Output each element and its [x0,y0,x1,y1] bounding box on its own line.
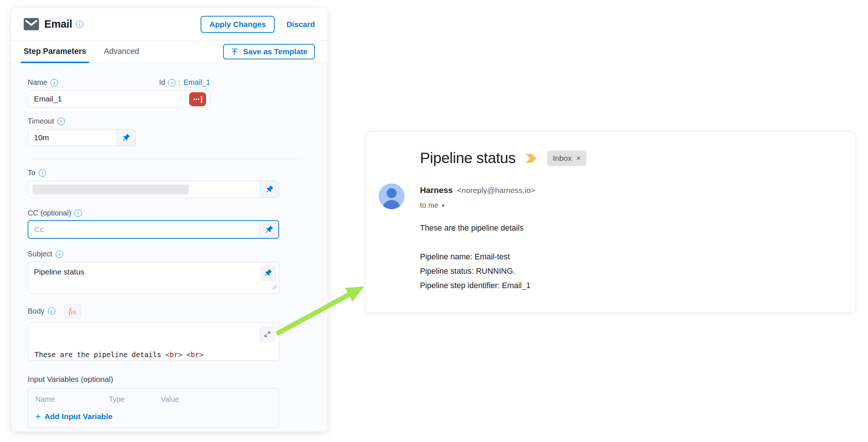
email-subject: Pipeline status [420,149,515,167]
body-code-line: These are the pipeline details <br> <br> [35,349,272,360]
redacted-recipient [32,184,189,194]
id-value-link[interactable]: Email_1 [184,78,210,87]
tab-step-parameters[interactable]: Step Parameters [24,41,86,62]
pin-icon [122,133,131,142]
email-body-line: Pipeline step identifier: Email_1 [420,279,531,293]
recipient-dropdown[interactable]: to me ▾ [420,201,445,210]
cc-info-icon[interactable]: i [74,210,82,217]
email-body-line: These are the pipeline details [420,221,531,235]
subject-info-icon[interactable]: i [56,251,63,258]
name-label-group: Name i [28,78,58,87]
upload-icon [230,48,239,56]
email-body-line [420,235,531,250]
name-info-icon[interactable]: i [51,79,58,86]
expand-editor-button[interactable] [260,327,275,342]
body-editor[interactable]: These are the pipeline details <br> <br>… [28,322,279,361]
column-header-value: Value [161,395,179,404]
inbox-label-chip: Inbox × [547,151,586,166]
subject-input[interactable]: Pipeline status [28,262,279,294]
email-body-line: Pipeline name: Email-test [420,250,531,264]
chevron-down-icon: ▾ [442,202,445,209]
apply-changes-button[interactable]: Apply Changes [201,16,275,33]
column-header-name: Name [35,395,109,404]
id-label: Id [159,78,165,87]
input-variables-headers: Name Type Value [35,395,271,404]
recipient-label: to me [420,201,438,210]
email-subject-row: Pipeline status Inbox × [420,149,586,167]
step-title: Email [44,18,72,30]
pin-icon [264,269,272,277]
timeout-info-icon[interactable]: i [58,118,65,125]
to-label-group: To i [28,169,311,177]
type-badge-cursor [201,96,202,103]
step-info-icon[interactable]: i [76,21,83,28]
to-info-icon[interactable]: i [39,169,46,177]
name-label: Name [28,78,47,87]
save-as-template-label: Save as Template [243,47,308,56]
add-input-variable-label: Add Input Variable [45,412,112,421]
save-as-template-button[interactable]: Save as Template [223,44,315,59]
body-info-icon[interactable]: i [48,307,55,315]
close-icon[interactable]: × [576,154,581,162]
sender-address: <noreply@harness.io> [457,186,535,195]
sender-row: Harness <noreply@harness.io> [420,186,535,195]
email-preview-card: Pipeline status Inbox × Harness <noreply… [365,131,855,313]
subject-value: Pipeline status [34,267,84,276]
id-info-icon[interactable]: i [168,79,176,86]
cc-pin-button[interactable] [259,221,278,238]
cc-label-group: CC (optional) i [28,209,311,217]
email-body: These are the pipeline details Pipeline … [420,221,531,293]
timeout-label: Timeout [28,117,54,125]
tabs-row: Step Parameters Advanced Save as Templat… [11,41,327,63]
cc-label: CC (optional) [28,209,71,217]
id-separator: : [178,78,181,87]
name-id-row: Name i Id i : Email_1 [28,78,210,87]
subject-label: Subject [28,250,52,258]
to-label: To [28,169,35,177]
timeout-label-group: Timeout i [28,117,311,125]
subject-pin-button[interactable] [260,265,276,281]
subject-label-group: Subject i [28,250,311,258]
cc-input-group [28,220,279,239]
importance-marker-icon[interactable] [525,153,538,163]
pin-icon [265,225,274,234]
discard-button[interactable]: Discard [287,20,315,29]
timeout-input-group [28,129,136,146]
expression-fx-button[interactable]: f (x) [64,304,81,318]
email-step-panel: Email i Apply Changes Discard Step Param… [11,8,327,432]
column-header-type: Type [109,395,161,404]
email-icon [24,18,39,30]
timeout-input[interactable] [28,130,116,146]
input-variables-label: Input Variables (optional) [28,375,311,384]
body-label-row: Body i f (x) [28,304,311,318]
to-input-group [28,181,279,198]
tab-advanced[interactable]: Advanced [104,41,139,62]
sender-avatar [379,183,405,209]
panel-header: Email i Apply Changes Discard [11,8,327,41]
body-label-group: Body i [28,307,55,315]
name-input-value: Email_1 [34,94,62,103]
plus-icon: + [35,412,41,421]
name-input[interactable]: Email_1 ••• [28,90,210,107]
email-body-line: Pipeline status: RUNNING. [420,264,531,279]
avatar-head [387,188,397,198]
inbox-chip-text: Inbox [553,154,572,163]
to-input[interactable] [28,181,260,197]
fx-sub-icon: (x) [71,310,76,315]
section-divider [28,159,302,159]
step-parameters-form: Name i Id i : Email_1 Email_1 ••• [11,63,327,432]
id-group: Id i : Email_1 [159,78,210,87]
fixed-value-type-icon[interactable]: ••• [189,92,206,106]
cc-input[interactable] [28,221,259,238]
screen: Email i Apply Changes Discard Step Param… [0,0,868,442]
avatar-torso [383,200,400,209]
body-label: Body [28,307,45,315]
input-variables-table: Name Type Value + Add Input Variable [28,388,279,428]
to-pin-button[interactable] [260,181,279,197]
type-badge-dots: ••• [193,97,200,102]
timeout-pin-button[interactable] [116,130,135,146]
add-input-variable-button[interactable]: + Add Input Variable [35,412,271,421]
sender-name: Harness [420,186,453,195]
pin-icon [265,185,274,194]
resize-handle-icon[interactable] [272,283,277,291]
